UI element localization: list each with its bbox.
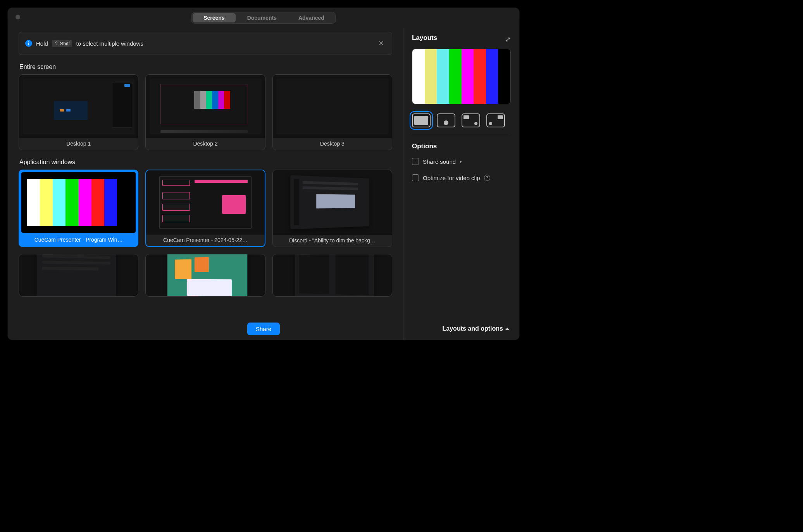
expand-icon[interactable]: ⤢ <box>505 35 511 44</box>
window-tile-discord[interactable]: Discord - "Ability to dim the backg… <box>272 170 392 247</box>
share-window: Screens Documents Advanced i Hold ⇧ Shif… <box>8 8 519 340</box>
entire-screen-grid: Desktop 1 Des <box>19 74 392 150</box>
window-thumb-5 <box>146 254 265 296</box>
desktop-1-thumb <box>19 75 138 138</box>
help-icon[interactable]: ? <box>484 175 490 181</box>
optimize-label: Optimize for video clip <box>423 175 480 181</box>
window-thumb-4 <box>19 254 138 296</box>
info-text-pre: Hold <box>36 40 48 47</box>
titlebar: Screens Documents Advanced <box>8 8 519 28</box>
window-label-1: CueCam Presenter - Program Win… <box>20 234 137 246</box>
triangle-up-icon <box>505 328 509 330</box>
shift-key-hint: ⇧ Shift <box>52 40 72 47</box>
layouts-options-toggle[interactable]: Layouts and options <box>443 325 509 332</box>
window-thumb-1 <box>21 172 136 233</box>
sidebar: Layouts ⤢ Options Share sound <box>403 28 519 340</box>
window-controls <box>16 15 20 19</box>
share-sound-label: Share sound <box>423 158 456 165</box>
window-thumb-2 <box>146 170 264 235</box>
optimize-checkbox[interactable] <box>412 174 419 181</box>
window-tile-6[interactable] <box>272 254 392 297</box>
desktop-tile-2[interactable]: Desktop 2 <box>145 74 265 150</box>
desktop-1-label: Desktop 1 <box>19 138 138 150</box>
footer: Share Layouts and options <box>8 317 519 340</box>
share-button[interactable]: Share <box>247 323 280 335</box>
info-bar: i Hold ⇧ Shift to select multiple window… <box>19 32 392 55</box>
layout-tile-left-button[interactable] <box>462 113 480 127</box>
mode-segmented-control: Screens Documents Advanced <box>191 12 336 24</box>
dismiss-info-icon[interactable]: ✕ <box>377 38 386 49</box>
layout-tile-right-button[interactable] <box>486 113 505 127</box>
info-icon: i <box>25 40 32 47</box>
optimize-video-option[interactable]: Optimize for video clip ? <box>412 174 511 181</box>
share-sound-checkbox[interactable] <box>412 158 419 165</box>
tab-documents[interactable]: Documents <box>236 12 288 23</box>
window-label-3: Discord - "Ability to dim the backg… <box>273 235 392 247</box>
main-panel: i Hold ⇧ Shift to select multiple window… <box>8 28 403 340</box>
window-tile-cuecam-date[interactable]: CueCam Presenter - 2024-05-22… <box>145 170 265 247</box>
info-text-post: to select multiple windows <box>76 40 143 47</box>
window-tile-5[interactable] <box>145 254 265 297</box>
close-window-icon[interactable] <box>16 15 20 19</box>
desktop-2-thumb <box>146 75 265 138</box>
layouts-options-label: Layouts and options <box>443 325 503 332</box>
desktop-3-thumb <box>273 75 392 138</box>
desktop-tile-3[interactable]: Desktop 3 <box>272 74 392 150</box>
app-windows-grid: CueCam Presenter - Program Win… C <box>19 170 392 297</box>
chevron-down-icon[interactable]: ▾ <box>460 159 462 164</box>
tab-advanced[interactable]: Advanced <box>288 12 335 23</box>
tab-screens[interactable]: Screens <box>193 13 235 22</box>
layout-full-button[interactable] <box>412 113 431 127</box>
window-thumb-3 <box>273 170 392 235</box>
desktop-tile-1[interactable]: Desktop 1 <box>19 74 138 150</box>
layout-choices <box>412 113 511 127</box>
options-heading: Options <box>412 142 511 150</box>
window-thumb-6 <box>273 254 392 296</box>
window-label-2: CueCam Presenter - 2024-05-22… <box>146 235 264 246</box>
divider <box>412 136 511 136</box>
layout-preview <box>412 49 511 104</box>
section-title-entire-screen: Entire screen <box>19 63 392 70</box>
window-tile-cuecam-program[interactable]: CueCam Presenter - Program Win… <box>19 170 138 247</box>
desktop-3-label: Desktop 3 <box>273 138 392 150</box>
layouts-heading: Layouts <box>412 34 437 42</box>
window-tile-4[interactable] <box>19 254 138 297</box>
desktop-2-label: Desktop 2 <box>146 138 265 150</box>
body: i Hold ⇧ Shift to select multiple window… <box>8 28 519 340</box>
section-title-app-windows: Application windows <box>19 159 392 166</box>
layout-presenter-small-button[interactable] <box>437 113 455 127</box>
share-sound-option[interactable]: Share sound ▾ <box>412 158 511 165</box>
